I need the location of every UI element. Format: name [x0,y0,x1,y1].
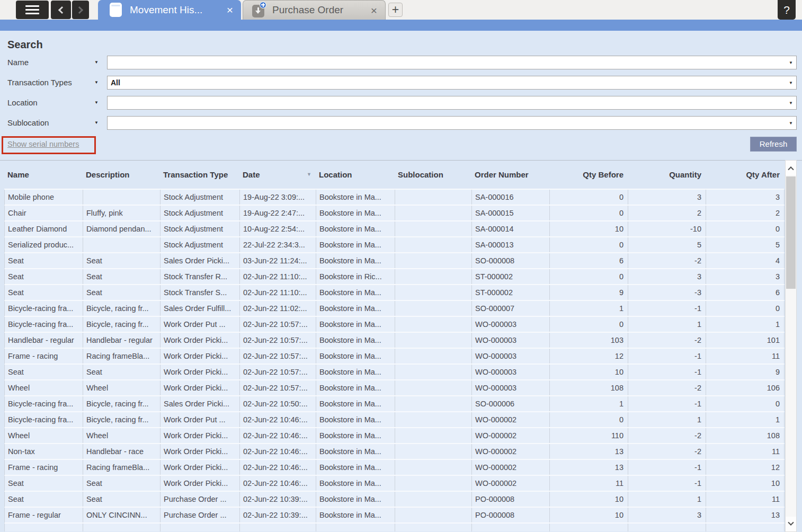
filter-label-name[interactable]: Name [7,56,29,69]
forward-button[interactable] [72,1,89,19]
table-row[interactable]: Bicycle-racing fra...Bicycle, racing fr.… [4,412,784,428]
table-row[interactable]: Bicycle-racing fra...Bicycle, racing fr.… [4,396,784,412]
table-cell: Bookstore in Ma... [316,190,395,205]
filter-dropdown-icon[interactable]: ▼ [94,60,99,65]
show-serial-numbers-link[interactable]: Show serial numbers [7,140,79,148]
new-tab-button[interactable]: + [388,3,403,17]
table-cell: 02-Jun-22 10:57:... [240,380,316,395]
column-header-name[interactable]: Name [4,161,83,189]
sublocation-input[interactable] [107,116,797,130]
table-row[interactable]: Frame - regularONLY CINCINN...Purchase O… [4,508,784,524]
table-row[interactable]: SeatSeatWork Order Picki...02-Jun-22 10:… [4,476,784,492]
table-cell: 02-Jun-22 10:39:... [240,508,316,522]
table-row[interactable]: Mobile phoneStock Adjustment19-Aug-22 3:… [4,190,784,206]
table-cell: 02-Jun-22 10:57:... [240,317,316,332]
table-cell: SO-000006 [472,396,550,411]
table-row[interactable]: SeatSeatPurchase Order ...02-Jun-22 10:3… [4,492,784,508]
table-cell: 1 [550,301,628,316]
table-row[interactable]: WheelWheelWork Order Picki...02-Jun-22 1… [4,380,784,396]
table-row[interactable]: WheelWheelWork Order Picki...02-Jun-22 1… [4,428,784,444]
tab-movement-history[interactable]: Movement His... × [98,0,241,20]
table-cell [395,285,472,300]
location-input[interactable] [107,96,797,110]
close-icon[interactable]: × [371,5,377,16]
table-cell: Bookstore in Ma... [316,412,395,427]
column-header-description[interactable]: Description [83,161,160,189]
table-cell: Bicycle-racing fra... [5,317,83,332]
column-header-sublocation[interactable]: Sublocation [395,161,471,189]
table-cell: Bookstore in Ma... [316,492,395,507]
column-header-qty-before[interactable]: Qty Before [549,161,628,189]
hamburger-menu-button[interactable] [16,1,49,19]
table-cell: SA-000015 [472,206,550,220]
table-row[interactable]: Frame - racingRacing frameBla...Work Ord… [4,460,784,476]
hamburger-icon [25,9,39,11]
table-cell: Diamond pendan... [83,221,161,236]
table-cell: 1 [628,412,706,427]
table-cell: 1 [628,317,706,332]
table-cell: 0 [706,396,785,411]
table-cell: Bookstore in Ma... [316,365,395,379]
name-input[interactable] [107,56,797,69]
filter-dropdown-icon[interactable]: ▼ [94,80,99,85]
table-cell: 10 [550,508,628,522]
tab-purchase-order[interactable]: Purchase Order × [243,0,386,20]
table-row[interactable]: Non-taxHandlebar - raceWork Order Picki.… [4,444,784,460]
column-header-location[interactable]: Location [316,161,395,189]
table-row[interactable]: Bicycle-racing fra...Bicycle, racing fr.… [4,317,784,333]
filter-dropdown-icon[interactable]: ▼ [94,100,99,105]
filter-label-location[interactable]: Location [7,96,38,110]
table-row[interactable]: Bicycle-racing fra...Bicycle, racing fr.… [4,301,784,317]
table-cell: Stock Adjustment [161,221,240,236]
table-row[interactable]: SeatSeatStock Transfer S...02-Jun-22 11:… [4,285,784,301]
table-row[interactable]: Frame - racingRacing frameBla...Work Ord… [4,349,784,365]
scrollbar-thumb[interactable] [786,176,796,289]
table-row[interactable]: SeatSeatSales Order Picki...03-Jun-22 11… [4,253,784,269]
table-cell: Work Order Picki... [161,349,240,363]
column-header-order-number[interactable]: Order Number [471,161,549,189]
table-row[interactable]: SeatSeatStock Transfer R...02-Jun-22 11:… [4,269,784,285]
column-header-transaction-type[interactable]: Transaction Type [160,161,239,189]
table-cell: Racing frameBla... [83,349,161,363]
table-cell: PO-000008 [472,492,550,507]
vertical-scrollbar[interactable] [785,160,797,532]
table-cell: -2 [628,333,706,348]
filter-label-sublocation[interactable]: Sublocation [7,116,49,130]
table-cell: 13 [550,444,628,459]
table-row[interactable]: SeatSeatWork Order Picki...02-Jun-22 10:… [4,365,784,380]
table-cell: Seat [83,492,161,507]
table-cell: ST-000002 [472,269,550,284]
table-cell: Wheel [5,380,83,395]
table-cell: Handlebar - race [83,444,161,459]
scroll-up-button[interactable] [786,161,796,175]
table-row[interactable]: Handlebar - regularHandlebar - regularWo… [4,333,784,349]
table-row[interactable]: Serialized produc...Stock Adjustment22-J… [4,237,784,253]
refresh-button[interactable]: Refresh [750,137,797,152]
table-cell: 0 [550,206,628,220]
column-header-qty-after[interactable]: Qty After [706,161,784,189]
table-cell: Bookstore in Ma... [316,221,395,236]
table-cell: WO-000003 [472,349,550,363]
filter-label-transaction-types[interactable]: Transaction Types [7,76,72,90]
table-cell: WO-000002 [472,428,550,443]
table-cell: Stock Transfer S... [161,285,240,300]
table-cell [395,253,472,268]
table-cell: 0 [706,301,785,316]
table-cell [395,317,472,332]
column-header-quantity[interactable]: Quantity [628,161,706,189]
transaction-types-input[interactable] [107,76,797,90]
scroll-down-button[interactable] [786,517,796,531]
column-header-date[interactable]: Date▼ [239,161,316,189]
chevron-up-icon [788,166,794,172]
table-cell: 108 [706,428,785,443]
close-icon[interactable]: × [227,4,233,15]
table-cell: 0 [706,221,785,236]
table-cell: Sales Order Fulfill... [161,301,240,316]
back-button[interactable] [51,1,71,19]
filter-dropdown-icon[interactable]: ▼ [94,120,99,125]
table-row[interactable]: Leather DiamondDiamond pendan...Stock Ad… [4,221,784,237]
table-row[interactable]: ChairFluffy, pinkStock Adjustment19-Aug-… [4,206,784,221]
table-cell: WO-000002 [472,412,550,427]
help-button[interactable]: ? [778,0,796,20]
table-cell: Racing frameBla... [83,460,161,475]
